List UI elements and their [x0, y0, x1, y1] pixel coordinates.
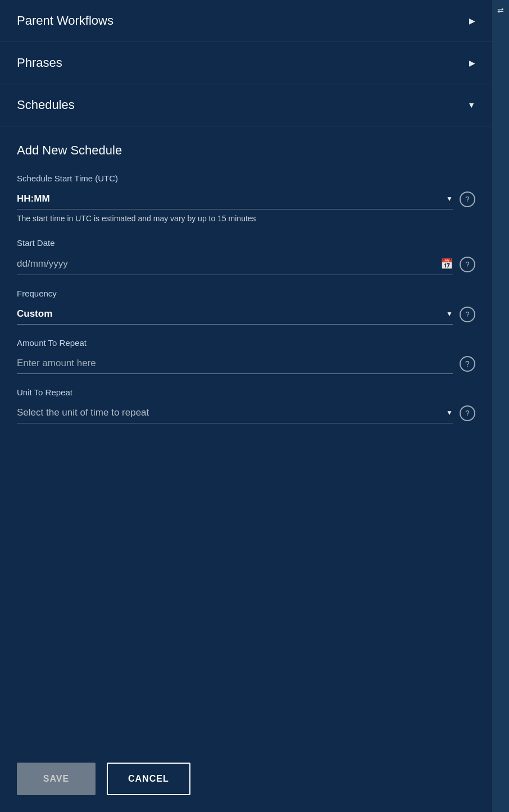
start-date-label: Start Date	[17, 238, 475, 248]
unit-dropdown[interactable]: Select the unit of time to repeat ▼	[17, 403, 453, 423]
save-button[interactable]: SAVE	[17, 763, 96, 795]
section-schedules[interactable]: Schedules ▼	[0, 84, 492, 126]
scrollbar-track: ⇄	[492, 0, 509, 812]
parent-workflows-arrow: ▶	[469, 16, 475, 25]
form-title: Add New Schedule	[17, 143, 475, 158]
start-date-input[interactable]: dd/mm/yyyy 📅	[17, 253, 453, 275]
frequency-label: Frequency	[17, 289, 475, 298]
unit-row: Select the unit of time to repeat ▼ ?	[17, 403, 475, 423]
frequency-dropdown-arrow: ▼	[446, 310, 453, 318]
section-parent-workflows[interactable]: Parent Workflows ▶	[0, 0, 492, 42]
start-time-value: HH:MM	[17, 193, 50, 204]
frequency-value: Custom	[17, 308, 52, 320]
cancel-button[interactable]: CANCEL	[107, 763, 190, 795]
phrases-label: Phrases	[17, 56, 62, 70]
frequency-dropdown[interactable]: Custom ▼	[17, 304, 453, 325]
start-date-row: dd/mm/yyyy 📅 ?	[17, 253, 475, 275]
start-time-row: HH:MM ▼ ?	[17, 189, 475, 209]
start-date-value: dd/mm/yyyy	[17, 258, 68, 270]
amount-help-icon[interactable]: ?	[460, 356, 475, 372]
unit-value: Select the unit of time to repeat	[17, 407, 149, 418]
amount-label: Amount To Repeat	[17, 338, 475, 348]
unit-dropdown-arrow: ▼	[446, 409, 453, 417]
schedules-label: Schedules	[17, 98, 75, 112]
section-phrases[interactable]: Phrases ▶	[0, 42, 492, 84]
parent-workflows-label: Parent Workflows	[17, 13, 113, 28]
scroll-arrows-icon[interactable]: ⇄	[497, 6, 504, 15]
start-time-hint: The start time in UTC is estimated and m…	[17, 213, 475, 225]
start-time-help-icon[interactable]: ?	[460, 191, 475, 207]
start-time-group: Schedule Start Time (UTC) HH:MM ▼ ? The …	[17, 174, 475, 225]
start-time-label: Schedule Start Time (UTC)	[17, 174, 475, 183]
frequency-group: Frequency Custom ▼ ?	[17, 289, 475, 325]
start-time-dropdown-arrow: ▼	[446, 195, 453, 203]
form-content: Add New Schedule Schedule Start Time (UT…	[0, 126, 492, 746]
amount-group: Amount To Repeat ?	[17, 338, 475, 374]
unit-help-icon[interactable]: ?	[460, 405, 475, 421]
buttons-row: SAVE CANCEL	[0, 751, 492, 812]
schedules-arrow: ▼	[467, 101, 475, 110]
start-time-dropdown[interactable]: HH:MM ▼	[17, 189, 453, 209]
start-date-help-icon[interactable]: ?	[460, 257, 475, 272]
amount-input[interactable]	[17, 353, 453, 374]
unit-label: Unit To Repeat	[17, 387, 475, 397]
start-date-group: Start Date dd/mm/yyyy 📅 ?	[17, 238, 475, 275]
phrases-arrow: ▶	[469, 58, 475, 67]
main-container: Parent Workflows ▶ Phrases ▶ Schedules ▼…	[0, 0, 492, 812]
frequency-help-icon[interactable]: ?	[460, 307, 475, 322]
unit-group: Unit To Repeat Select the unit of time t…	[17, 387, 475, 423]
calendar-icon: 📅	[440, 258, 453, 270]
frequency-row: Custom ▼ ?	[17, 304, 475, 325]
amount-row: ?	[17, 353, 475, 374]
